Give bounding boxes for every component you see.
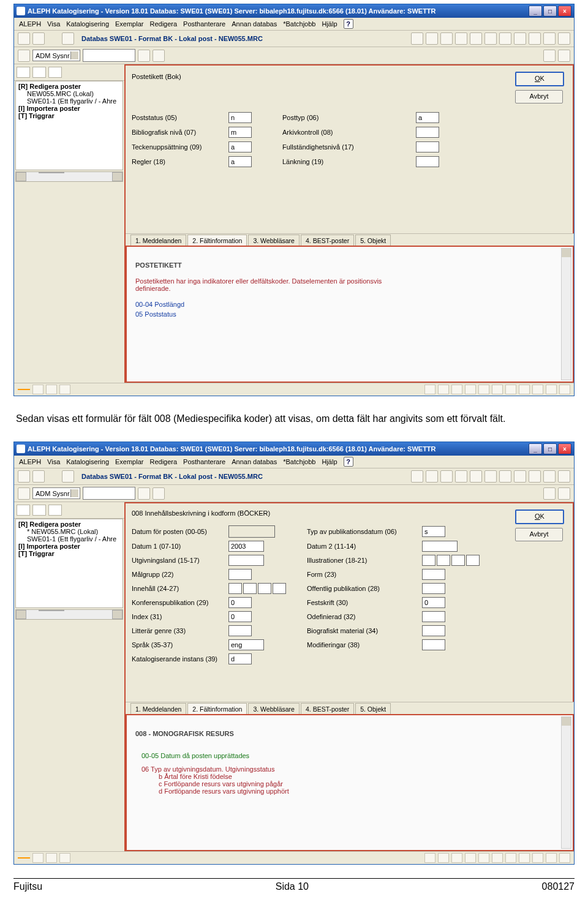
status-icon[interactable] — [492, 385, 503, 394]
field-input[interactable] — [422, 625, 445, 636]
status-icon[interactable] — [546, 853, 557, 863]
status-icon[interactable] — [532, 385, 543, 394]
maximize-button[interactable]: □ — [543, 443, 557, 454]
field-input[interactable] — [228, 555, 264, 566]
toolbar-icon[interactable] — [543, 470, 556, 483]
menu-katalogisering[interactable]: Katalogisering — [66, 458, 109, 465]
field-input[interactable] — [422, 597, 445, 608]
field-input-multi[interactable] — [422, 555, 496, 566]
field-input[interactable] — [422, 611, 445, 622]
toolbar-icon[interactable] — [543, 32, 556, 45]
status-icon[interactable] — [465, 385, 476, 394]
sysnr-dropdown[interactable]: ADM Sysnr — [32, 50, 80, 61]
menu-batchjobb[interactable]: *Batchjobb — [283, 458, 315, 465]
menu-posthanterare[interactable]: Posthanterare — [183, 458, 225, 465]
menu-katalogisering[interactable]: Katalogisering — [66, 20, 109, 28]
toolbar-icon[interactable] — [470, 470, 482, 483]
field-input-multi[interactable] — [228, 583, 302, 594]
minimize-button[interactable]: _ — [529, 443, 542, 454]
menu-visa[interactable]: Visa — [47, 458, 60, 465]
toolbar-icon[interactable] — [499, 470, 511, 483]
status-icon[interactable] — [46, 853, 57, 863]
menu-visa[interactable]: Visa — [47, 20, 60, 28]
sidebar-tab-icon[interactable] — [48, 505, 62, 516]
toolbar-icon[interactable] — [153, 50, 165, 62]
status-icon[interactable] — [559, 853, 570, 863]
menu-help[interactable]: Hjälp — [322, 20, 337, 28]
search-input[interactable] — [83, 49, 135, 62]
v-scrollbar[interactable] — [561, 716, 571, 849]
tree-node[interactable]: SWE01-1 (Ett flygarliv / - Ahre — [27, 535, 121, 543]
field-input[interactable] — [416, 112, 439, 123]
field-input[interactable] — [228, 156, 252, 167]
field-input[interactable] — [422, 583, 445, 594]
sidebar-tab-icon[interactable] — [32, 505, 46, 516]
toolbar-icon[interactable] — [514, 470, 526, 483]
status-icon[interactable] — [465, 853, 476, 863]
menu-redigera[interactable]: Redigera — [149, 458, 177, 465]
toolbar-icon[interactable] — [411, 32, 423, 45]
tree-node[interactable]: [T] Triggrar — [18, 112, 121, 119]
tab-webblasare[interactable]: 3. Webbläsare — [248, 235, 300, 246]
menu-aleph[interactable]: ALEPH — [19, 458, 41, 465]
field-input[interactable] — [416, 141, 439, 152]
status-icon[interactable] — [451, 385, 462, 394]
tree-node[interactable]: [T] Triggrar — [18, 550, 121, 557]
tab-best-poster[interactable]: 4. BEST-poster — [301, 235, 354, 246]
tab-faltinformation[interactable]: 2. Fältinformation — [187, 703, 247, 715]
field-input[interactable] — [228, 611, 252, 622]
status-icon[interactable] — [546, 385, 557, 394]
sidebar-tab-icon[interactable] — [17, 67, 30, 78]
status-icon[interactable] — [46, 385, 57, 394]
toolbar-icon[interactable] — [153, 487, 165, 500]
field-input[interactable] — [228, 141, 252, 152]
toolbar-icon[interactable] — [484, 470, 497, 483]
toolbar-icon[interactable] — [558, 32, 570, 45]
toolbar-icon[interactable] — [470, 32, 482, 45]
info-link[interactable]: 05 Poststatus — [135, 310, 564, 318]
toolbar-icon[interactable] — [440, 32, 453, 45]
field-input[interactable] — [422, 569, 445, 580]
menu-aleph[interactable]: ALEPH — [19, 20, 41, 28]
menu-annan-databas[interactable]: Annan databas — [232, 20, 277, 28]
status-icon[interactable] — [559, 385, 570, 394]
toolbar-icon[interactable] — [18, 487, 30, 500]
sysnr-dropdown[interactable]: ADM Sysnr — [32, 487, 80, 499]
tree-node[interactable]: NEW055.MRC (Lokal) — [27, 90, 121, 97]
field-input[interactable] — [228, 597, 252, 608]
close-button[interactable]: × — [558, 443, 571, 454]
sidebar-tab-icon[interactable] — [17, 505, 30, 516]
tree-node[interactable]: [R] Redigera poster — [18, 521, 121, 528]
ok-button[interactable]: OK — [515, 72, 564, 86]
sidebar-tab-icon[interactable] — [32, 67, 46, 78]
cancel-button[interactable]: Avbryt — [515, 90, 563, 103]
h-scrollbar[interactable] — [15, 609, 123, 620]
status-icon[interactable] — [532, 853, 543, 863]
field-input[interactable] — [422, 541, 458, 552]
status-icon[interactable] — [59, 853, 70, 863]
tab-faltinformation[interactable]: 2. Fältinformation — [187, 235, 247, 246]
tree-node[interactable]: [I] Importera poster — [18, 543, 121, 550]
toolbar-icon[interactable] — [138, 487, 150, 500]
tree-node[interactable]: [R] Redigera poster — [18, 83, 121, 90]
status-icon[interactable] — [505, 385, 516, 394]
maximize-button[interactable]: □ — [543, 6, 557, 17]
field-input[interactable] — [228, 541, 264, 552]
toolbar-icon[interactable] — [484, 32, 497, 45]
status-icon[interactable] — [32, 385, 43, 394]
tab-webblasare[interactable]: 3. Webbläsare — [248, 703, 300, 715]
toolbar-icon[interactable] — [455, 32, 467, 45]
toolbar-icon[interactable] — [411, 470, 423, 483]
toolbar-icon[interactable] — [62, 470, 74, 483]
field-input[interactable] — [422, 526, 445, 537]
toolbar-icon[interactable] — [558, 487, 570, 500]
status-icon[interactable] — [32, 853, 43, 863]
status-icon[interactable] — [451, 853, 462, 863]
toolbar-icon[interactable] — [426, 470, 438, 483]
close-button[interactable]: × — [558, 6, 571, 17]
menu-exemplar[interactable]: Exemplar — [115, 458, 143, 465]
search-input[interactable] — [83, 487, 135, 500]
cancel-button[interactable]: Avbryt — [515, 528, 563, 541]
field-input[interactable] — [228, 653, 252, 664]
toolbar-icon[interactable] — [543, 50, 556, 62]
